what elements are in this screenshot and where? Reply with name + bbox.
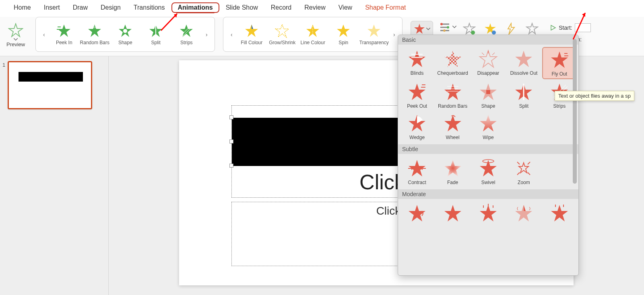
svg-marker-21 <box>414 24 425 34</box>
dd-wipe[interactable]: Wipe <box>471 111 506 142</box>
start-input[interactable] <box>575 23 591 32</box>
anim-fill-colour[interactable]: Fill Colour <box>236 22 267 47</box>
dd-blinds[interactable]: Blinds <box>400 47 434 79</box>
exit-animations-dropdown: Basic Blinds Chequerboard Disappear Diss… <box>398 35 579 276</box>
svg-marker-89 <box>524 205 526 211</box>
anim-grow-shrink[interactable]: Grow/Shrink <box>267 22 297 47</box>
dd-label: Contract <box>408 180 426 185</box>
star-red-icon <box>443 82 462 102</box>
star-red-icon <box>514 204 533 223</box>
section-header-subtle: Subtle <box>398 144 578 154</box>
scrollbar-thumb[interactable] <box>573 39 577 184</box>
dd-contract[interactable]: Contract <box>400 156 434 187</box>
effect-options-dropdown[interactable] <box>438 21 456 33</box>
dd-fade[interactable]: Fade <box>435 156 470 187</box>
svg-marker-90 <box>551 205 568 221</box>
anim-split[interactable]: Split <box>140 22 171 47</box>
anim-label: Peek In <box>56 40 72 45</box>
dd-swivel[interactable]: Swivel <box>471 156 506 187</box>
resize-handle[interactable] <box>229 115 233 119</box>
gallery-prev-button[interactable]: ‹ <box>39 20 49 49</box>
anim-line-colour[interactable]: Line Colour <box>297 22 328 47</box>
resize-handle[interactable] <box>229 164 233 168</box>
star-green-icon <box>118 24 132 38</box>
dd-disappear[interactable]: Disappear <box>471 47 506 79</box>
star-red-icon <box>443 49 462 69</box>
dd-peek-out[interactable]: Peek Out <box>400 80 434 111</box>
dd-label: Dissolve Out <box>510 70 537 76</box>
dd-dissolve-out[interactable]: Dissolve Out <box>506 47 541 79</box>
svg-point-29 <box>471 31 475 35</box>
dd-moderate-1[interactable] <box>400 201 434 226</box>
svg-marker-55 <box>444 84 461 100</box>
star-red-icon <box>443 114 462 133</box>
tab-animations[interactable]: Animations <box>171 2 219 13</box>
star-red-icon <box>514 159 533 178</box>
dd-chequerboard[interactable]: Chequerboard <box>435 47 470 79</box>
dropdown-scrollbar[interactable] <box>573 37 577 273</box>
chevron-down-icon <box>14 38 18 41</box>
anim-spin[interactable]: Spin <box>328 22 359 47</box>
svg-marker-74 <box>444 160 461 176</box>
svg-line-80 <box>517 172 520 175</box>
dd-moderate-5[interactable] <box>542 201 577 226</box>
dd-wedge[interactable]: Wedge <box>400 111 434 142</box>
star-green-icon <box>149 24 163 38</box>
anim-label: Fill Colour <box>241 40 262 45</box>
emphasis-gallery: ‹ Fill Colour Grow/Shrink Line Colour Sp… <box>223 17 402 52</box>
star-red-icon <box>407 82 427 102</box>
anim-transparency[interactable]: Transparency <box>359 22 389 47</box>
anim-shape[interactable]: Shape <box>110 22 140 47</box>
gallery-next-button[interactable]: › <box>202 20 211 49</box>
dd-split[interactable]: Split <box>506 80 541 111</box>
tooltip: Text or object flies away in a sp <box>555 91 634 101</box>
dd-shape[interactable]: Shape <box>471 80 506 111</box>
star-red-icon <box>479 82 498 102</box>
dd-moderate-4[interactable] <box>506 201 541 226</box>
dd-label: Blinds <box>411 70 424 76</box>
tab-view[interactable]: View <box>332 2 359 13</box>
resize-handle[interactable] <box>229 139 233 143</box>
tab-transitions[interactable]: Transitions <box>127 2 171 13</box>
dd-zoom[interactable]: Zoom <box>506 156 541 187</box>
svg-point-31 <box>492 31 496 35</box>
tab-draw[interactable]: Draw <box>66 2 94 13</box>
svg-marker-38 <box>409 51 425 67</box>
star-red-icon <box>407 204 427 223</box>
dd-fly-out[interactable]: Fly Out <box>542 47 577 79</box>
svg-marker-4 <box>88 25 101 37</box>
thumbnail-content <box>19 72 83 82</box>
tab-design[interactable]: Design <box>94 2 127 13</box>
anim-strips[interactable]: Strips <box>171 22 202 47</box>
svg-marker-48 <box>515 51 532 67</box>
slide-thumbnails-panel: 1 <box>0 56 109 295</box>
anim-peek-in[interactable]: Peek In <box>49 22 79 47</box>
dd-label: Fade <box>447 180 458 185</box>
dd-wheel[interactable]: Wheel <box>435 111 470 142</box>
preview-button[interactable] <box>8 23 23 41</box>
svg-marker-77 <box>519 163 528 173</box>
svg-marker-20 <box>367 25 380 37</box>
start-label: Start: <box>559 25 572 31</box>
anim-label: Line Colour <box>301 40 325 45</box>
svg-point-25 <box>440 23 443 25</box>
tab-record[interactable]: Record <box>264 2 298 13</box>
anim-label: Strips <box>180 40 193 45</box>
slide-thumbnail-1[interactable] <box>8 61 92 109</box>
tab-review[interactable]: Review <box>298 2 332 13</box>
tab-slide-show[interactable]: Slide Show <box>219 2 264 13</box>
gallery-prev-button[interactable]: ‹ <box>227 20 236 49</box>
preview-group: Preview <box>4 17 27 52</box>
tab-insert[interactable]: Insert <box>37 2 66 13</box>
dd-random-bars[interactable]: Random Bars <box>435 80 470 111</box>
dd-moderate-2[interactable] <box>435 201 470 226</box>
dd-label: Chequerboard <box>437 70 468 76</box>
tab-shape-format[interactable]: Shape Format <box>359 2 412 13</box>
anim-label: Shape <box>118 40 132 45</box>
dd-label: Wheel <box>446 135 460 140</box>
dd-moderate-3[interactable] <box>471 201 506 226</box>
anim-label: Split <box>151 40 161 45</box>
tab-home[interactable]: Home <box>7 2 37 13</box>
anim-random-bars[interactable]: Random Bars <box>79 22 110 47</box>
moderate-grid <box>398 199 578 229</box>
